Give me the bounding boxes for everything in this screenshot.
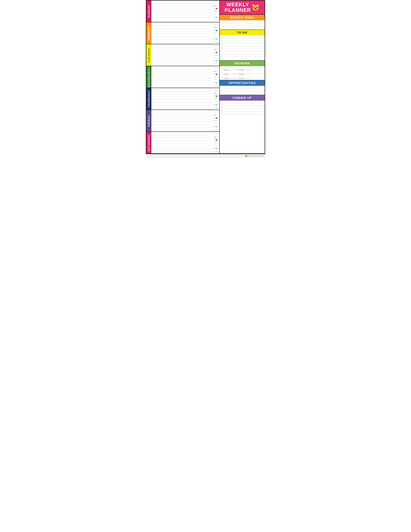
todo-checkbox[interactable]: [221, 42, 223, 44]
icon-row: 🗑p: [214, 76, 217, 78]
line: [152, 45, 211, 48]
link-icon: 🔗: [214, 148, 215, 149]
trash-icon: 🗑: [214, 142, 216, 143]
coming-up-item: [220, 109, 265, 112]
instagram-icon: 📷: [215, 51, 217, 53]
line: [152, 98, 211, 100]
star-icon: ✦: [215, 79, 216, 81]
reviews-section: REVIEWS Company: Due Date:: [220, 61, 265, 80]
link-icon: 🔗: [214, 38, 215, 40]
todo-checkbox[interactable]: [221, 44, 223, 46]
todo-checkbox[interactable]: [221, 47, 223, 49]
tumblr-icon: t: [216, 79, 217, 81]
coming-up-checkbox[interactable]: [221, 107, 223, 109]
line: [152, 2, 211, 4]
icon-row: 🗑 p: [214, 11, 217, 12]
line: [152, 139, 211, 141]
line: [152, 48, 211, 50]
coming-up-item: [220, 112, 265, 114]
friday-row: FRIDAY ✉f 📊g⁺ ♻📷 🗑p ✦t 🔗🐦 ✏▶: [146, 110, 219, 132]
line: [152, 119, 211, 122]
todo-checkbox[interactable]: [221, 52, 223, 54]
email-icon: ✉: [215, 133, 216, 135]
email-icon: ✉: [215, 2, 216, 3]
coming-up-item: [220, 104, 265, 106]
gplus-icon: g⁺: [216, 92, 218, 94]
icon-row: ✉f: [215, 67, 217, 69]
icon-row: ✏▶: [214, 151, 217, 152]
icon-row: ✦t: [215, 123, 217, 124]
line: [152, 35, 211, 37]
saturday-row: SATURDAY ✉f 📊g⁺ ♻📷 🗑p ✦t 🔗🐦 ✏▶: [146, 132, 219, 153]
weekly-planner-title: WEEKLY PLANNER: [225, 2, 251, 13]
edit-icon: ✏: [214, 63, 215, 65]
icon-row: 🔗🐦: [214, 104, 218, 105]
todo-checkbox[interactable]: [221, 50, 223, 51]
coming-up-line: [224, 109, 263, 112]
icon-row: ✏▶: [214, 85, 217, 86]
review-checkbox[interactable]: [221, 71, 223, 73]
sunday-label: SUNDAY: [146, 0, 151, 22]
chart-icon: 📊: [214, 48, 215, 50]
opp-checkbox[interactable]: [221, 92, 223, 94]
pinterest-icon: p: [216, 11, 217, 12]
todo-checkbox[interactable]: [221, 36, 223, 38]
todo-items: [220, 35, 265, 60]
todo-text-line: [224, 44, 263, 46]
pinterest-icon: p: [216, 98, 217, 100]
line: [152, 122, 211, 124]
company-label: Company:: [224, 69, 229, 71]
coming-up-checkbox[interactable]: [221, 102, 223, 104]
todo-text-line: [224, 36, 263, 38]
star-icon: ✦: [215, 35, 216, 37]
icon-row: ♻📷: [214, 117, 217, 119]
coming-up-checkbox[interactable]: [221, 110, 223, 111]
review-checkbox[interactable]: [221, 67, 223, 69]
line: [152, 70, 211, 72]
review-title-line: [224, 76, 263, 77]
line: [152, 54, 211, 56]
trash-icon: 🗑: [214, 11, 216, 12]
icon-row: 🔗 🐦: [214, 17, 218, 18]
chart-icon: 📊: [214, 114, 215, 116]
line: [152, 29, 211, 31]
tuesday-label: TUESDAY: [146, 44, 151, 66]
line: [152, 106, 211, 108]
icon-row: ♻📷: [214, 139, 217, 140]
line: [152, 13, 211, 15]
star-icon: ✦: [215, 57, 216, 59]
due-date-label: Due Date:: [239, 69, 244, 71]
todo-header: TO DO: [220, 30, 265, 35]
monday-icons: ✉f 📊g⁺ ♻📷 🗑p ✦t 🔗🐦 ✏▶: [212, 22, 219, 44]
weekly-goal-lines: [220, 20, 265, 30]
opportunity-item: [220, 89, 265, 92]
pinterest-icon: p: [216, 54, 217, 56]
todo-checkbox[interactable]: [221, 55, 223, 57]
days-column: SUNDAY ✉ f 📊 g⁺ ♻: [146, 0, 220, 153]
review-top: [221, 71, 263, 73]
icon-row: ♻📷: [214, 73, 217, 75]
opp-checkbox[interactable]: [221, 89, 223, 91]
recycle-icon: ♻: [214, 117, 215, 119]
review-checkbox[interactable]: [221, 76, 223, 77]
goal-line: [221, 24, 263, 26]
due-date-line: [245, 74, 252, 74]
line: [152, 19, 211, 21]
coming-up-item: [220, 106, 265, 109]
facebook-icon: f: [216, 67, 217, 69]
line: [152, 136, 211, 138]
todo-checkbox[interactable]: [221, 57, 223, 59]
todo-checkbox[interactable]: [221, 39, 223, 41]
friday-lines: [151, 110, 212, 131]
coming-up-checkbox[interactable]: [221, 104, 223, 106]
icon-row: 🔗🐦: [214, 60, 218, 62]
line: [152, 7, 211, 10]
icon-row: 📊g⁺: [214, 136, 218, 138]
icon-row: 🔗🐦: [214, 148, 218, 149]
opportunities-items: [220, 86, 265, 95]
coming-up-checkbox[interactable]: [221, 112, 223, 114]
icon-row: ♻📷: [214, 29, 217, 31]
opp-checkbox[interactable]: [221, 87, 223, 89]
icon-row: ✉f: [215, 24, 217, 25]
icon-row: ✏▶: [214, 107, 217, 108]
